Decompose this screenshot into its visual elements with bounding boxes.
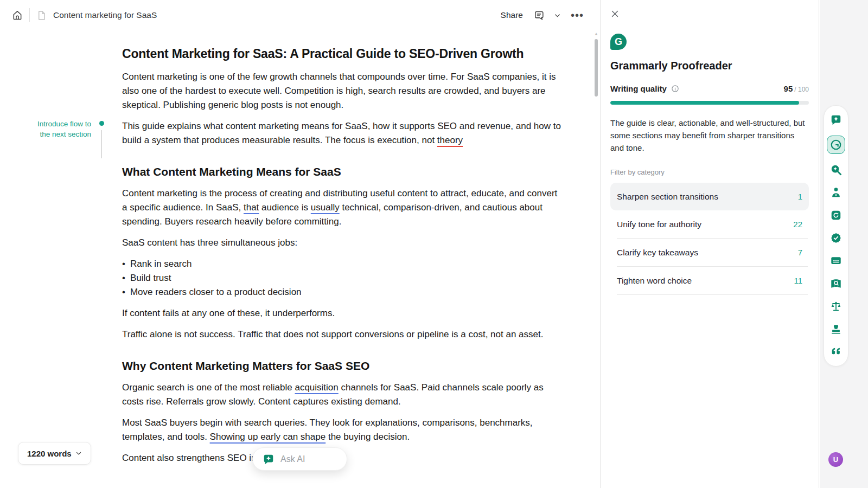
right-rail-strip: U bbox=[820, 0, 868, 488]
text-segment: SaaS content has three simultaneous jobs… bbox=[122, 237, 297, 248]
text-segment: This guide explains what content marketi… bbox=[122, 121, 561, 145]
word-count-value: 1220 words bbox=[27, 449, 72, 458]
suggestion-underline-blue[interactable]: acquisition bbox=[295, 382, 338, 393]
paragraph: Traffic alone is not success. Traffic th… bbox=[122, 328, 564, 342]
text-segment: Organic search is one of the most reliab… bbox=[122, 382, 295, 393]
quality-progress-track bbox=[610, 101, 809, 105]
ask-ai-placeholder: Ask AI bbox=[280, 454, 305, 464]
bottom-fade bbox=[0, 478, 600, 488]
breadcrumb-title: Content marketing for SaaS bbox=[53, 10, 157, 20]
more-options-button[interactable]: ••• bbox=[571, 10, 584, 21]
category-count: 11 bbox=[794, 276, 802, 285]
divider bbox=[617, 294, 808, 295]
close-panel-icon[interactable] bbox=[610, 9, 620, 18]
user-avatar[interactable]: U bbox=[828, 452, 843, 467]
suggestion-underline-blue[interactable]: that bbox=[244, 202, 259, 213]
ai-search-icon[interactable] bbox=[829, 163, 843, 177]
info-icon[interactable] bbox=[671, 85, 679, 93]
comment-dot[interactable] bbox=[99, 121, 104, 126]
paragraph: SaaS content has three simultaneous jobs… bbox=[122, 236, 564, 250]
writing-quality-label: Writing quality bbox=[610, 84, 667, 93]
filter-by-category-label: Filter by category bbox=[610, 168, 809, 176]
margin-comment-line2: the next section bbox=[34, 129, 91, 139]
category-item-tighten-word-choice[interactable]: Tighten word choice 11 bbox=[610, 267, 809, 294]
quality-score: 95/ 100 bbox=[784, 84, 809, 93]
quality-badge-icon[interactable] bbox=[829, 231, 843, 245]
app-icon-rail bbox=[824, 105, 848, 367]
document-scrollbar[interactable] bbox=[595, 39, 598, 97]
text-segment: Content marketing is one of the few grow… bbox=[122, 72, 556, 110]
paragraph: Organic search is one of the most reliab… bbox=[122, 381, 564, 409]
text-segment: If content fails at any one of these, it… bbox=[122, 308, 335, 318]
category-count: 1 bbox=[798, 192, 802, 201]
presentation-audience-icon[interactable] bbox=[829, 254, 843, 268]
suggestion-underline-red[interactable]: theory bbox=[437, 135, 463, 145]
page-icon bbox=[36, 10, 47, 21]
word-count-button[interactable]: 1220 words bbox=[18, 442, 91, 465]
grammarly-icon[interactable] bbox=[827, 136, 845, 154]
ask-ai-input[interactable]: Ask AI bbox=[252, 447, 347, 471]
stamp-icon[interactable] bbox=[829, 322, 843, 336]
doc-h1: Content Marketing for SaaS: A Practical … bbox=[122, 47, 564, 61]
panel-summary: The guide is clear, actionable, and well… bbox=[610, 117, 809, 154]
suggestion-underline-blue[interactable]: Showing up early can shape bbox=[210, 432, 326, 442]
category-item-sharpen-transitions[interactable]: Sharpen section transitions 1 bbox=[610, 183, 809, 210]
paragraph: Content marketing is the process of crea… bbox=[122, 187, 564, 229]
scroll-up-arrow[interactable]: ▲ bbox=[594, 31, 598, 36]
category-count: 22 bbox=[793, 220, 802, 229]
list-item: Move readers closer to a product decisio… bbox=[122, 285, 564, 299]
quality-progress-fill bbox=[610, 101, 799, 105]
category-item-unify-tone[interactable]: Unify tone for authority 22 bbox=[610, 210, 809, 238]
doc-h2-why: Why Content Marketing Matters for SaaS S… bbox=[122, 359, 564, 373]
research-icon[interactable] bbox=[829, 277, 843, 291]
bullet-list: Rank in search Build trust Move readers … bbox=[122, 257, 564, 299]
header-divider bbox=[29, 8, 30, 22]
chevron-down-icon[interactable] bbox=[554, 12, 561, 19]
panel-title: Grammarly Proofreader bbox=[610, 60, 809, 72]
text-segment: audience is bbox=[259, 202, 310, 213]
share-button[interactable]: Share bbox=[501, 10, 523, 20]
document-body: Content Marketing for SaaS: A Practical … bbox=[122, 30, 564, 465]
comments-icon[interactable] bbox=[533, 10, 544, 21]
legal-scales-icon[interactable] bbox=[829, 299, 843, 313]
grammarly-panel: G Grammarly Proofreader Writing quality … bbox=[601, 0, 819, 488]
document-area: Content marketing for SaaS Share ••• Con… bbox=[0, 0, 601, 488]
paragraph: If content fails at any one of these, it… bbox=[122, 306, 564, 320]
ai-comment-icon[interactable] bbox=[829, 113, 843, 127]
category-count: 7 bbox=[798, 248, 802, 257]
text-segment: Traffic alone is not success. Traffic th… bbox=[122, 329, 543, 339]
paragraph: Most SaaS buyers begin with search queri… bbox=[122, 416, 564, 444]
citations-icon[interactable] bbox=[829, 345, 843, 359]
person-heart-icon[interactable] bbox=[829, 185, 843, 200]
rewrite-icon[interactable] bbox=[829, 208, 843, 222]
paragraph: This guide explains what content marketi… bbox=[122, 119, 564, 147]
home-icon[interactable] bbox=[12, 10, 23, 21]
list-item: Rank in search bbox=[122, 257, 564, 271]
grammarly-logo: G bbox=[610, 34, 627, 50]
margin-comment-line1: Introduce flow to bbox=[34, 119, 91, 129]
comment-connector-line bbox=[101, 130, 102, 158]
quality-score-max: / 100 bbox=[794, 86, 809, 93]
category-list: Sharpen section transitions 1 Unify tone… bbox=[610, 183, 809, 295]
category-item-clarify-takeaways[interactable]: Clarify key takeaways 7 bbox=[610, 239, 809, 266]
list-item: Build trust bbox=[122, 271, 564, 285]
word-count-chevron-icon bbox=[75, 450, 82, 457]
document-header: Content marketing for SaaS Share ••• bbox=[0, 0, 600, 30]
suggestion-underline-blue[interactable]: usually bbox=[311, 202, 340, 213]
paragraph: Content marketing is one of the few grow… bbox=[122, 70, 564, 112]
margin-comment[interactable]: Introduce flow to the next section bbox=[34, 119, 91, 139]
ai-sparkle-bubble-icon bbox=[263, 453, 275, 465]
text-segment: the buying decision. bbox=[326, 432, 410, 442]
doc-h2-what: What Content Marketing Means for SaaS bbox=[122, 165, 564, 178]
